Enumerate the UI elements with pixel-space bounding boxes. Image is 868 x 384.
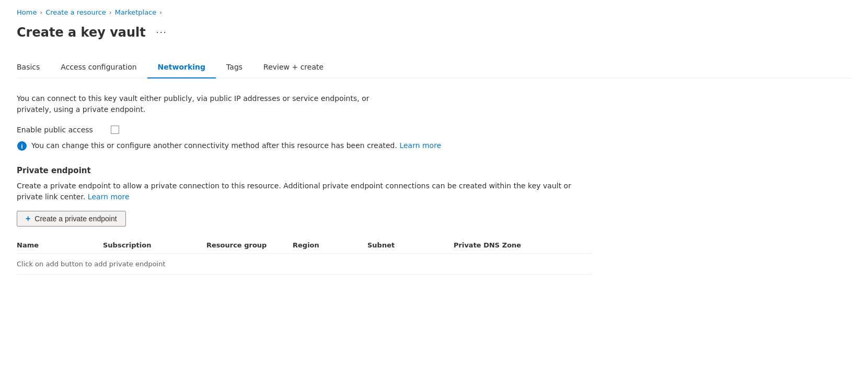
col-header-region: Region — [293, 237, 367, 254]
page-title: Create a key vault — [17, 25, 146, 40]
private-endpoint-learn-more-link[interactable]: Learn more — [88, 193, 130, 201]
col-header-private-dns-zone: Private DNS Zone — [454, 237, 592, 254]
info-text: You can change this or configure another… — [31, 141, 397, 150]
enable-public-access-row: Enable public access — [17, 126, 592, 134]
networking-intro: You can connect to this key vault either… — [17, 93, 383, 115]
table-empty-row: Click on add button to add private endpo… — [17, 254, 592, 275]
table-header-row: Name Subscription Resource group Region … — [17, 237, 592, 254]
private-endpoint-table: Name Subscription Resource group Region … — [17, 237, 592, 275]
col-header-resource-group: Resource group — [206, 237, 293, 254]
enable-public-access-checkbox[interactable] — [111, 126, 119, 134]
enable-public-access-label: Enable public access — [17, 126, 100, 134]
tab-tags[interactable]: Tags — [216, 57, 253, 78]
more-options-button[interactable]: ··· — [152, 25, 171, 40]
tab-access-configuration[interactable]: Access configuration — [50, 57, 147, 78]
plus-icon: + — [26, 214, 30, 223]
breadcrumb-marketplace[interactable]: Marketplace — [115, 8, 157, 16]
svg-text:i: i — [21, 142, 23, 150]
info-note-content: You can change this or configure another… — [31, 140, 441, 151]
table-empty-message: Click on add button to add private endpo… — [17, 254, 592, 275]
col-header-subnet: Subnet — [367, 237, 454, 254]
tab-basics[interactable]: Basics — [17, 57, 50, 78]
breadcrumb: Home › Create a resource › Marketplace › — [17, 8, 851, 16]
page-title-row: Create a key vault ··· — [17, 25, 851, 40]
tab-networking[interactable]: Networking — [147, 57, 216, 78]
create-private-endpoint-button[interactable]: + Create a private endpoint — [17, 211, 126, 227]
info-icon: i — [17, 141, 27, 151]
breadcrumb-sep-1: › — [40, 9, 42, 16]
breadcrumb-sep-2: › — [109, 9, 112, 16]
breadcrumb-create-resource[interactable]: Create a resource — [45, 8, 106, 16]
private-endpoint-description: Create a private endpoint to allow a pri… — [17, 180, 592, 202]
networking-content: You can connect to this key vault either… — [17, 93, 592, 275]
col-header-name: Name — [17, 237, 103, 254]
tab-bar: Basics Access configuration Networking T… — [17, 57, 851, 78]
private-endpoint-section: Private endpoint Create a private endpoi… — [17, 166, 592, 275]
col-header-subscription: Subscription — [103, 237, 206, 254]
private-endpoint-title: Private endpoint — [17, 166, 592, 175]
tab-review-create[interactable]: Review + create — [253, 57, 334, 78]
create-endpoint-label: Create a private endpoint — [34, 214, 117, 223]
breadcrumb-home[interactable]: Home — [17, 8, 37, 16]
info-learn-more-link[interactable]: Learn more — [399, 141, 441, 150]
info-note: i You can change this or configure anoth… — [17, 140, 592, 151]
breadcrumb-sep-3: › — [159, 9, 162, 16]
